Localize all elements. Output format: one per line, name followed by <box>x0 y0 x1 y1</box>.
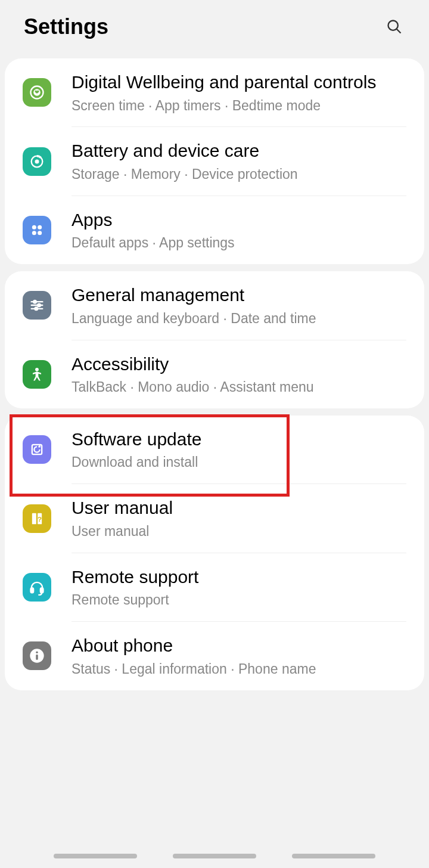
settings-item-software-update[interactable]: Software update Download and install <box>5 416 424 483</box>
svg-point-5 <box>35 159 39 163</box>
svg-rect-25 <box>36 655 38 660</box>
settings-group: Software update Download and install ? U… <box>5 416 424 690</box>
svg-point-24 <box>36 652 38 654</box>
svg-point-6 <box>32 225 36 230</box>
wellbeing-icon <box>23 78 51 107</box>
item-subtitle: User manual <box>72 523 406 541</box>
item-title: User manual <box>72 496 406 520</box>
battery-icon <box>23 147 51 176</box>
svg-text:?: ? <box>38 514 42 522</box>
apps-icon <box>23 216 51 244</box>
about-icon <box>23 641 51 670</box>
settings-item-accessibility[interactable]: Accessibility TalkBack · Mono audio · As… <box>5 340 424 408</box>
svg-point-15 <box>35 308 38 311</box>
settings-item-battery[interactable]: Battery and device care Storage · Memory… <box>5 127 424 195</box>
svg-point-11 <box>33 300 36 303</box>
general-icon <box>23 291 51 320</box>
settings-item-user-manual[interactable]: ? User manual User manual <box>5 484 424 552</box>
item-subtitle: Screen time · App timers · Bedtime mode <box>72 97 406 115</box>
svg-rect-21 <box>31 588 34 593</box>
page-title: Settings <box>24 14 108 39</box>
manual-icon: ? <box>23 504 51 533</box>
svg-point-7 <box>38 225 42 230</box>
nav-recents[interactable] <box>54 854 137 858</box>
search-button[interactable] <box>384 16 405 38</box>
accessibility-icon <box>23 360 51 389</box>
item-title: General management <box>72 283 406 308</box>
software-update-icon <box>23 435 51 464</box>
svg-rect-22 <box>41 588 43 593</box>
item-subtitle: Status · Legal information · Phone name <box>72 661 406 678</box>
settings-group: Digital Wellbeing and parental controls … <box>5 58 424 264</box>
settings-item-wellbeing[interactable]: Digital Wellbeing and parental controls … <box>5 58 424 126</box>
settings-item-about-phone[interactable]: About phone Status · Legal information ·… <box>5 622 424 690</box>
settings-item-apps[interactable]: Apps Default apps · App settings <box>5 196 424 264</box>
item-subtitle: Default apps · App settings <box>72 234 406 252</box>
item-subtitle: Storage · Memory · Device protection <box>72 166 406 184</box>
svg-point-13 <box>38 304 41 307</box>
svg-point-8 <box>32 231 36 235</box>
item-title: Remote support <box>72 565 406 590</box>
svg-point-0 <box>388 21 398 30</box>
item-subtitle: Language and keyboard · Date and time <box>72 310 406 328</box>
settings-item-general[interactable]: General management Language and keyboard… <box>5 271 424 339</box>
item-title: Accessibility <box>72 352 406 377</box>
nav-home[interactable] <box>173 854 256 858</box>
svg-rect-18 <box>32 513 36 524</box>
nav-back[interactable] <box>292 854 375 858</box>
svg-point-16 <box>35 368 39 371</box>
header: Settings <box>0 0 429 51</box>
item-title: Software update <box>72 427 406 452</box>
settings-group: General management Language and keyboard… <box>5 271 424 408</box>
item-title: Digital Wellbeing and parental controls <box>72 70 406 95</box>
item-subtitle: Remote support <box>72 591 406 609</box>
item-title: Apps <box>72 208 406 232</box>
navigation-bar <box>0 844 429 868</box>
remote-support-icon <box>23 573 51 602</box>
item-subtitle: TalkBack · Mono audio · Assistant menu <box>72 379 406 396</box>
search-icon <box>386 18 403 35</box>
item-title: About phone <box>72 634 406 658</box>
item-subtitle: Download and install <box>72 454 406 472</box>
svg-line-1 <box>397 29 401 33</box>
svg-point-9 <box>38 231 42 235</box>
settings-item-remote-support[interactable]: Remote support Remote support <box>5 553 424 621</box>
item-title: Battery and device care <box>72 139 406 163</box>
